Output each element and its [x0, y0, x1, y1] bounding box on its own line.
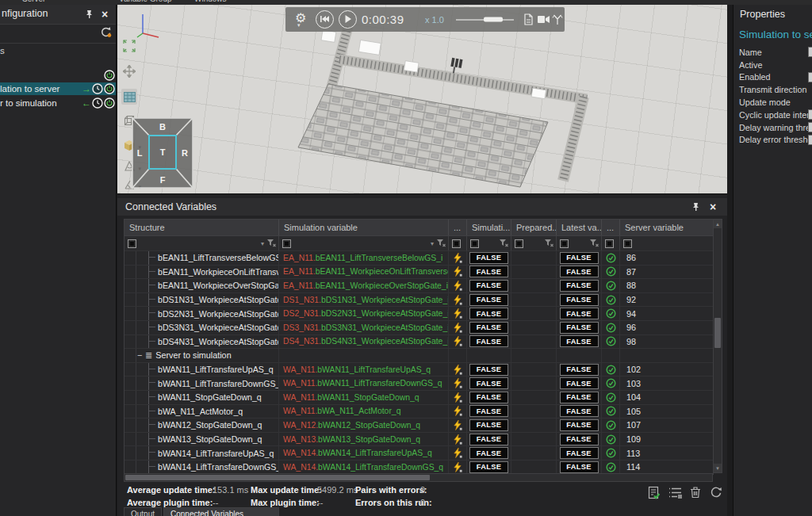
chevron-down-icon[interactable]: ▾ [431, 240, 434, 247]
vertical-scrollbar[interactable]: ▲ ▼ [713, 219, 722, 473]
col-structure[interactable]: Structure [124, 220, 279, 235]
table-row[interactable]: bEAN11_WorkpieceOnLiftTransverse_i EA_N1… [124, 265, 713, 279]
simulated-value: FALSE [469, 364, 508, 376]
record-video-icon[interactable] [538, 15, 550, 24]
filter-checkbox[interactable] [452, 239, 461, 248]
connection-row-simulation-to-server[interactable]: lation to server → [0, 82, 116, 95]
table-row[interactable]: − ≣ Server to simulation [124, 348, 713, 362]
simulated-value: FALSE [469, 322, 508, 334]
table-row[interactable]: bWAN11_LiftTransfareDownGS_q WA_N11.bWAN… [124, 376, 713, 390]
col-dots-2[interactable]: ... [602, 220, 620, 235]
export-document-icon[interactable] [523, 13, 534, 25]
col-server-variable[interactable]: Server variable [620, 220, 713, 235]
scroll-down-arrow[interactable]: ▼ [714, 464, 722, 472]
table-row[interactable]: bEAN11_LiftTransverseBelowGS_i EA_N11.bE… [124, 250, 713, 265]
tab-connected-variables[interactable]: Connected Variables [163, 507, 279, 516]
latest-value: FALSE [560, 335, 599, 347]
table-row[interactable]: bDS4N31_WorkpieceAtStopGate_i DS4_N31.bD… [124, 334, 713, 349]
connection-bolt-icon [453, 295, 462, 305]
table-row[interactable]: bEAN11_WorkpieceOverStopGate_i EA_N11.bE… [124, 278, 713, 292]
filter-checkbox[interactable] [128, 239, 136, 248]
ok-check-icon [606, 406, 616, 416]
filter-checkbox[interactable] [282, 239, 291, 248]
filter-clear-icon[interactable] [500, 239, 508, 247]
view-cube[interactable]: B L T R F [131, 117, 194, 189]
chevron-down-icon[interactable]: ▾ [261, 240, 264, 247]
filter-checkbox[interactable] [605, 239, 614, 248]
refresh-icon[interactable] [100, 26, 112, 38]
power-icon[interactable] [104, 83, 115, 94]
play-icon[interactable] [339, 10, 357, 29]
validate-list-icon[interactable] [647, 485, 661, 499]
power-icon[interactable] [104, 97, 115, 109]
filter-checkbox[interactable] [470, 239, 479, 248]
tree-branch [148, 419, 156, 432]
server-variable-value: 107 [626, 420, 641, 430]
scroll-up-arrow[interactable]: ▲ [714, 220, 722, 228]
close-icon[interactable]: × [707, 201, 719, 213]
clock-icon[interactable] [92, 83, 103, 94]
close-icon[interactable]: × [98, 8, 111, 21]
power-icon[interactable] [104, 70, 115, 81]
server-variable-value: 92 [626, 295, 636, 304]
scrollbar-thumb[interactable] [125, 475, 430, 480]
table-row[interactable]: bWAN12_StopGateDown_q WA_N12.bWAN12_Stop… [124, 418, 713, 432]
horizontal-scrollbar[interactable] [124, 473, 713, 482]
rewind-icon[interactable] [316, 10, 334, 29]
property-input[interactable] [808, 109, 812, 120]
connection-bolt-icon [453, 281, 462, 291]
pin-icon[interactable] [82, 8, 95, 21]
table-row[interactable]: bWA_N11_ActMotor_q WA_N11.bWA_N11_ActMot… [124, 404, 713, 419]
property-input[interactable] [808, 135, 812, 145]
ribbon-tab-server[interactable]: Server [22, 0, 45, 3]
latest-value: FALSE [560, 377, 599, 389]
ribbon-tab-variable-group[interactable]: Variable Group [119, 0, 172, 3]
property-field: Name [733, 46, 812, 59]
property-input[interactable] [808, 122, 812, 132]
connection-row-server-to-simulation[interactable]: r to simulation ← [0, 97, 116, 109]
col-simulation-var[interactable]: Simulation variable [279, 220, 449, 235]
filter-clear-icon[interactable] [437, 239, 446, 247]
ok-check-icon [606, 336, 616, 346]
col-prepared[interactable]: Prepared... [511, 220, 557, 235]
table-row[interactable]: bDS1N31_WorkpieceAtStopGate_i DS1_N31.bD… [124, 292, 713, 307]
table-row[interactable]: bWAN14_LiftTransfareDownGS_q WA_N14.bWAN… [124, 460, 713, 474]
filter-checkbox[interactable] [623, 239, 632, 248]
simulation-settings-gear-icon[interactable]: ⚙▾ [295, 10, 306, 25]
table-row[interactable]: bWAN11_LiftTransfareUpAS_q WA_N11.bWAN11… [124, 362, 713, 376]
trash-icon[interactable] [688, 485, 703, 499]
pin-icon[interactable] [689, 201, 702, 213]
table-row[interactable]: bWAN14_LiftTransfareUpAS_q WA_N14.bWAN14… [124, 445, 713, 460]
filter-clear-icon[interactable] [545, 239, 553, 247]
table-row[interactable]: bWAN13_StopGateDown_q WA_N13.bWAN13_Stop… [124, 432, 713, 446]
filter-clear-icon[interactable] [267, 239, 276, 247]
refresh-icon[interactable] [709, 485, 723, 499]
latest-value: FALSE [560, 266, 599, 277]
collapse-icon[interactable]: − [137, 350, 145, 360]
clock-icon[interactable] [92, 97, 103, 109]
col-simulated[interactable]: Simulati... [467, 220, 511, 235]
col-dots-1[interactable]: ... [449, 220, 467, 235]
col-latest-value[interactable]: Latest va... [557, 220, 602, 235]
filter-clear-icon[interactable] [590, 239, 599, 247]
ribbon-tab-windows[interactable]: Windows [194, 0, 227, 3]
filter-checkbox[interactable] [560, 239, 569, 248]
connection-root-row[interactable] [0, 69, 116, 82]
table-row[interactable]: bDS2N31_WorkpieceAtStopGate_i DS2_N31.bD… [124, 306, 713, 320]
grid-plane-icon[interactable] [121, 89, 137, 105]
property-input[interactable] [808, 72, 812, 82]
pan-icon[interactable] [121, 63, 137, 79]
tab-output[interactable]: Output [124, 507, 162, 516]
expand-view-icon[interactable] [121, 38, 137, 54]
configuration-toolbar [0, 24, 116, 44]
viewport-3d[interactable]: ▾ ▾ ▾ B L T R F ⚙▾ 0:0 [117, 5, 727, 193]
table-row[interactable]: bWAN11_StopGateDown_q WA_N11.bWAN11_Stop… [124, 390, 713, 404]
list-icon[interactable] [668, 485, 682, 499]
scrollbar-thumb[interactable] [714, 318, 721, 348]
speed-slider[interactable] [452, 7, 523, 32]
signal-icon[interactable] [552, 13, 563, 25]
filter-checkbox[interactable] [515, 239, 523, 248]
table-row[interactable]: bDS3N31_WorkpieceAtStopGate_i DS3_N31.bD… [124, 320, 713, 334]
tree-branch [148, 293, 156, 307]
property-input[interactable] [808, 47, 812, 57]
